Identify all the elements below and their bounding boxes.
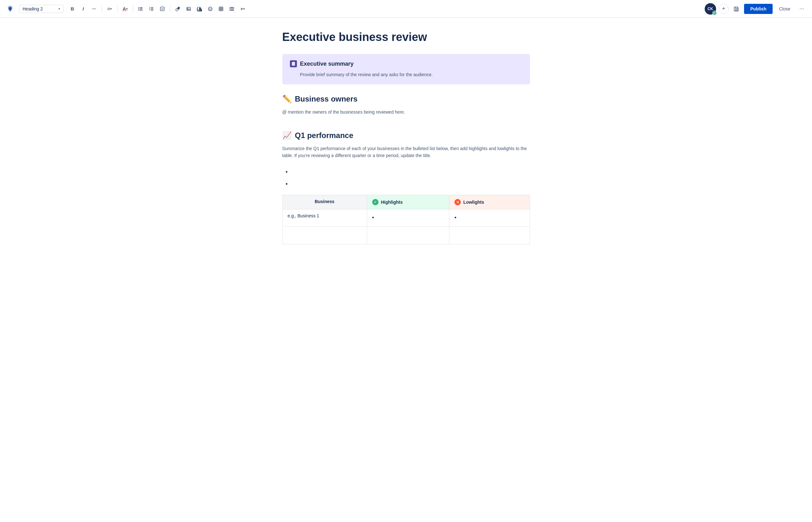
align-icon: ≡ [107,6,110,12]
svg-point-4 [138,9,139,11]
main-content: Executive business review Executive summ… [263,18,549,285]
insert-more-button[interactable]: + ▾ [237,4,248,14]
highlights-header-content: ✓ Highlights [372,199,444,205]
x-icon: ✕ [455,199,461,205]
business-owners-body[interactable]: @ mention the owners of the businesses b… [282,108,530,116]
plus-icon: + [722,5,725,12]
svg-rect-11 [151,10,153,11]
divider-4 [170,5,170,13]
executive-summary-callout: Executive summary Provide brief summary … [282,54,530,84]
svg-rect-9 [151,8,153,9]
close-button[interactable]: Close [775,4,794,14]
callout-icon [290,60,297,67]
table-row [282,226,530,244]
insert-more-icon: + [240,6,243,12]
table-header-business: Business [282,195,367,209]
avatar[interactable]: CK C [705,3,716,15]
table-button[interactable] [216,4,226,14]
publish-button[interactable]: Publish [744,4,773,14]
heading-dropdown-chevron: ▾ [58,7,60,11]
document-title[interactable]: Executive business review [282,31,530,44]
list-item[interactable] [291,167,530,175]
checkbox-button[interactable] [157,4,167,14]
add-collaborator-button[interactable]: + [719,4,729,14]
q1-bullet-list [282,167,530,187]
mention-button[interactable] [194,4,205,14]
more-format-button[interactable]: ··· [89,4,99,14]
avatar-badge: C [712,11,717,15]
divider-3 [133,5,133,13]
callout-title[interactable]: Executive summary [300,61,354,67]
image-button[interactable] [183,4,194,14]
svg-point-17 [209,8,210,8]
align-chevron: ▾ [110,7,112,11]
svg-rect-1 [140,7,142,8]
svg-point-15 [199,8,200,9]
highlights-cell-empty[interactable] [367,226,449,244]
divider-1 [102,5,102,13]
business-cell-empty[interactable] [282,226,367,244]
q1-performance-section: 📈 Q1 performance Summarize the Q1 perfor… [282,131,530,244]
text-color-button[interactable]: A ▾ [120,4,130,14]
callout-body[interactable]: Provide brief summary of the review and … [290,71,522,78]
toolbar-right: CK C + Publish Close ··· [705,3,807,15]
italic-button[interactable]: I [78,4,88,14]
align-button[interactable]: ≡ ▾ [104,4,115,14]
svg-rect-26 [231,7,232,11]
business-owners-heading: ✏️ Business owners [282,95,530,103]
business-cell[interactable]: e.g., Business 1 [282,209,367,226]
insert-more-chevron: ▾ [243,7,245,11]
more-options-button[interactable]: ··· [797,4,807,14]
q1-performance-heading: 📈 Q1 performance [282,131,530,140]
lowlights-cell[interactable]: • [449,209,530,226]
text-color-chevron: ▾ [126,7,128,11]
svg-rect-7 [151,7,153,8]
business-owners-icon: ✏️ [282,95,292,103]
lowlights-bullet: • [455,215,456,221]
svg-rect-3 [140,8,142,9]
svg-rect-5 [140,10,142,11]
emoji-button[interactable] [205,4,215,14]
more-options-icon: ··· [799,5,804,12]
svg-point-18 [211,8,211,8]
divider-2 [117,5,117,13]
highlights-cell[interactable]: • [367,209,449,226]
app-logo[interactable] [5,4,15,14]
table-row: e.g., Business 1 • • [282,209,530,226]
svg-rect-19 [219,7,223,11]
insert-group: + ▾ [173,4,248,14]
lowlights-header-content: ✕ Lowlights [455,199,524,205]
svg-text:3.: 3. [149,9,151,11]
bullet-list-button[interactable] [136,4,146,14]
numbered-list-button[interactable]: 1. 2. 3. [147,4,157,14]
highlights-bullet: • [372,215,374,221]
align-group: ≡ ▾ [104,4,115,14]
svg-point-16 [208,7,212,11]
svg-point-0 [138,7,139,8]
business-owners-section: ✏️ Business owners @ mention the owners … [282,95,530,116]
save-draft-button[interactable] [731,4,741,14]
callout-header: Executive summary [290,60,522,67]
table-header-lowlights: ✕ Lowlights [449,195,530,209]
bold-button[interactable]: B [67,4,77,14]
performance-table: Business ✓ Highlights ✕ Lowlights [282,195,530,244]
text-color-icon: A [122,6,126,12]
svg-point-2 [138,8,139,9]
heading-style-dropdown[interactable]: Heading 2 ▾ [19,5,63,13]
avatar-initials: CK [708,7,713,11]
toolbar: Heading 2 ▾ B I ··· ≡ ▾ A ▾ [0,0,812,18]
q1-performance-icon: 📈 [282,131,292,140]
heading-style-label: Heading 2 [22,6,43,12]
link-button[interactable] [173,4,183,14]
list-group: 1. 2. 3. [136,4,167,14]
check-icon: ✓ [372,199,379,205]
lowlights-cell-empty[interactable] [449,226,530,244]
columns-button[interactable] [227,4,237,14]
q1-performance-body[interactable]: Summarize the Q1 performance of each of … [282,145,530,159]
list-item[interactable] [291,179,530,187]
table-header-highlights: ✓ Highlights [367,195,449,209]
text-format-group: B I ··· [67,4,99,14]
